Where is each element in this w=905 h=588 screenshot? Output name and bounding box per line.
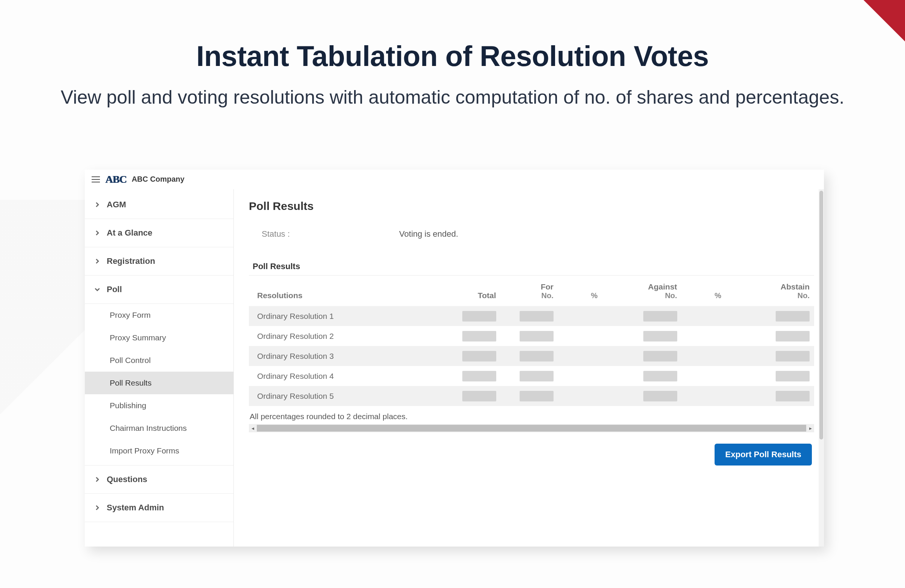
cell-total (434, 346, 501, 366)
sidebar-subitem-poll-control[interactable]: Poll Control (85, 349, 233, 372)
cell-for-no (501, 386, 558, 406)
redacted-value (643, 311, 677, 322)
redacted-value (776, 371, 810, 382)
redacted-value (520, 371, 554, 382)
redacted-value (462, 311, 496, 322)
sidebar-subitem-proxy-form[interactable]: Proxy Form (85, 304, 233, 326)
corner-triangle-decoration (864, 0, 905, 41)
cell-abstain-no (726, 326, 814, 346)
hero-title: Instant Tabulation of Resolution Votes (0, 40, 905, 72)
redacted-value (520, 331, 554, 341)
sidebar-subitem-chairman-instructions[interactable]: Chairman Instructions (85, 417, 233, 439)
redacted-value (643, 331, 677, 341)
cell-against-no (602, 326, 682, 346)
col-header-for-pct: % (558, 276, 602, 306)
sidebar: AGMAt a GlanceRegistrationPollProxy Form… (85, 189, 234, 547)
status-value: Voting is ended. (399, 229, 459, 239)
redacted-value (643, 371, 677, 382)
cell-for-pct (558, 366, 602, 386)
redacted-value (462, 351, 496, 361)
redacted-value (462, 331, 496, 341)
background-angle-decoration (0, 200, 90, 539)
chevron-right-icon (95, 477, 100, 482)
cell-against-pct (682, 386, 726, 406)
sidebar-subitem-proxy-summary[interactable]: Proxy Summary (85, 326, 233, 349)
cell-total (434, 306, 501, 326)
scrollbar-track[interactable] (257, 425, 806, 431)
cell-against-pct (682, 306, 726, 326)
cell-for-no (501, 306, 558, 326)
cell-against-pct (682, 326, 726, 346)
cell-for-pct (558, 386, 602, 406)
sidebar-item-agm[interactable]: AGM (85, 191, 233, 219)
table-row: Ordinary Resolution 4 (249, 366, 814, 386)
col-header-abstain: Abstain No. (726, 276, 814, 306)
col-header-total: Total (434, 276, 501, 306)
redacted-value (776, 391, 810, 401)
table-row: Ordinary Resolution 2 (249, 326, 814, 346)
sidebar-subitem-poll-results[interactable]: Poll Results (85, 372, 233, 394)
hero-subtitle: View poll and voting resolutions with au… (57, 84, 848, 111)
sidebar-item-label: Poll (107, 285, 122, 294)
sidebar-item-label: System Admin (107, 503, 164, 513)
scroll-left-icon[interactable]: ◂ (249, 425, 256, 431)
table-row: Ordinary Resolution 1 (249, 306, 814, 326)
table-row: Ordinary Resolution 5 (249, 386, 814, 406)
app-window: ABC ABC Company AGMAt a GlanceRegistrati… (85, 170, 824, 547)
cell-for-no (501, 346, 558, 366)
chevron-down-icon (95, 287, 100, 292)
redacted-value (776, 331, 810, 341)
menu-icon[interactable] (92, 176, 100, 182)
redacted-value (643, 351, 677, 361)
resolution-name: Ordinary Resolution 5 (249, 386, 434, 406)
cell-against-pct (682, 366, 726, 386)
sidebar-item-questions[interactable]: Questions (85, 466, 233, 494)
cell-total (434, 326, 501, 346)
col-header-resolutions: Resolutions (249, 276, 434, 306)
sidebar-item-registration[interactable]: Registration (85, 247, 233, 276)
chevron-right-icon (95, 202, 100, 207)
export-poll-results-button[interactable]: Export Poll Results (714, 444, 812, 466)
cell-for-pct (558, 346, 602, 366)
cell-for-no (501, 366, 558, 386)
col-header-against-pct: % (682, 276, 726, 306)
scroll-right-icon[interactable]: ▸ (807, 425, 813, 431)
cell-total (434, 366, 501, 386)
section-title-poll-results: Poll Results (249, 262, 814, 271)
cell-total (434, 386, 501, 406)
main-content: Poll Results Status : Voting is ended. P… (234, 189, 824, 547)
cell-abstain-no (726, 346, 814, 366)
cell-for-pct (558, 326, 602, 346)
sidebar-subitem-publishing[interactable]: Publishing (85, 394, 233, 417)
redacted-value (462, 371, 496, 382)
cell-against-no (602, 346, 682, 366)
resolution-name: Ordinary Resolution 3 (249, 346, 434, 366)
redacted-value (643, 391, 677, 401)
sidebar-subitem-import-proxy-forms[interactable]: Import Proxy Forms (85, 439, 233, 462)
horizontal-scrollbar[interactable]: ◂ ▸ (249, 424, 814, 432)
resolution-name: Ordinary Resolution 2 (249, 326, 434, 346)
cell-against-no (602, 386, 682, 406)
redacted-value (520, 351, 554, 361)
sidebar-item-poll[interactable]: Poll (85, 276, 233, 304)
sidebar-item-label: Registration (107, 256, 155, 266)
table-row: Ordinary Resolution 3 (249, 346, 814, 366)
chevron-right-icon (95, 230, 100, 236)
col-header-for: For No. (501, 276, 558, 306)
col-header-against: Against No. (602, 276, 682, 306)
app-logo: ABC (105, 173, 126, 185)
cell-abstain-no (726, 386, 814, 406)
page-title: Poll Results (249, 200, 814, 212)
cell-for-no (501, 326, 558, 346)
sidebar-item-system-admin[interactable]: System Admin (85, 494, 233, 522)
sidebar-item-label: Questions (107, 475, 148, 484)
redacted-value (776, 311, 810, 322)
cell-abstain-no (726, 306, 814, 326)
table-footnote: All percentages rounded to 2 decimal pla… (249, 412, 814, 421)
sidebar-item-label: AGM (107, 200, 126, 209)
sidebar-item-at-a-glance[interactable]: At a Glance (85, 219, 233, 247)
resolution-name: Ordinary Resolution 1 (249, 306, 434, 326)
redacted-value (520, 311, 554, 322)
cell-against-no (602, 366, 682, 386)
vertical-scrollbar[interactable] (819, 189, 824, 547)
